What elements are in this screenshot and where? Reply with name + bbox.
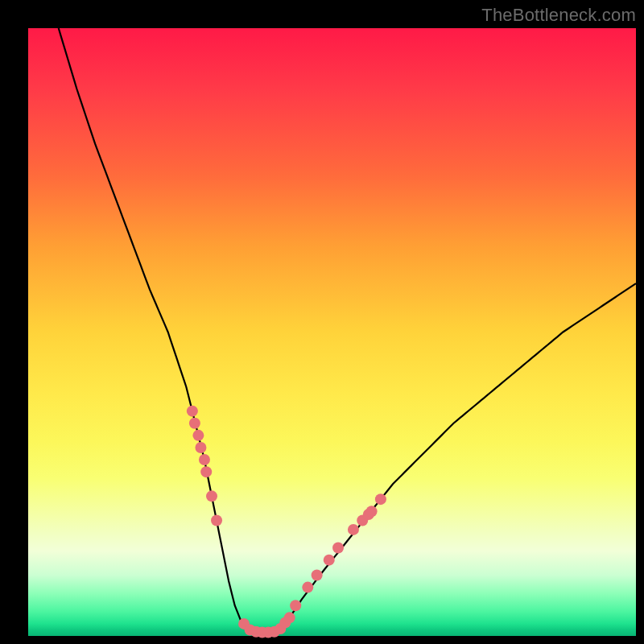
curve-marker — [332, 543, 344, 554]
curve-marker — [189, 418, 200, 429]
curve-marker — [211, 515, 222, 526]
curve-marker — [312, 570, 323, 581]
curve-marker — [200, 466, 212, 477]
curve-marker — [348, 524, 359, 535]
chart-svg — [28, 28, 636, 636]
plot-area — [28, 28, 636, 636]
curve-marker — [199, 454, 210, 465]
curve-marker — [290, 600, 301, 611]
curve-marker — [366, 506, 378, 517]
curve-marker — [375, 493, 386, 505]
curve-marker — [192, 430, 204, 441]
chart-frame: TheBottleneck.com — [0, 0, 644, 644]
bottleneck-curve — [59, 28, 636, 632]
curve-marker — [187, 406, 198, 417]
curve-marker — [302, 582, 313, 593]
watermark-text: TheBottleneck.com — [481, 5, 636, 26]
curve-markers — [187, 406, 386, 638]
curve-marker — [206, 490, 217, 502]
curve-marker — [324, 555, 335, 566]
curve-marker — [284, 612, 295, 623]
curve-marker — [195, 442, 206, 453]
